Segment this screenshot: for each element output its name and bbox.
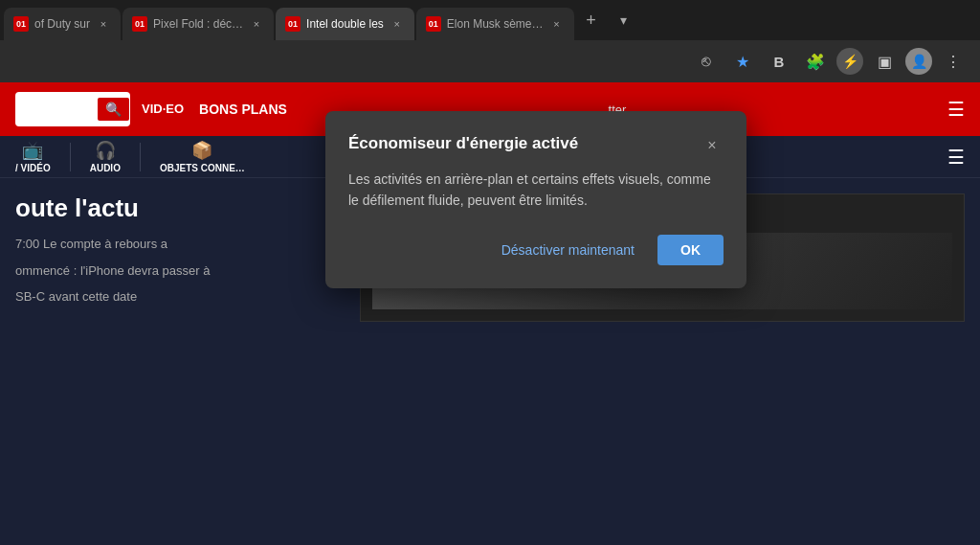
energy-icon: ⚡: [842, 54, 858, 69]
extensions-button[interactable]: 🧩: [800, 46, 831, 77]
browser-chrome: 01 of Duty sur × 01 Pixel Fold : déc… × …: [0, 0, 980, 82]
tab-3-close[interactable]: ×: [390, 16, 405, 32]
tab-2-title: Pixel Fold : déc…: [153, 17, 243, 31]
energy-saver-button[interactable]: ⚡: [836, 48, 863, 75]
tab-4-title: Elon Musk sème…: [447, 17, 544, 31]
tab-1[interactable]: 01 of Duty sur ×: [4, 8, 121, 40]
energy-saver-popup: Économiseur d'énergie activé × Les activ…: [325, 111, 746, 288]
toolbar: ⎋ ★ B 🧩 ⚡ ▣ 👤 ⋮: [0, 40, 980, 82]
bold-icon: B: [774, 54, 785, 70]
tab-1-close[interactable]: ×: [96, 16, 111, 32]
tab-2[interactable]: 01 Pixel Fold : déc… ×: [122, 8, 274, 40]
tab-1-favicon: 01: [13, 16, 29, 32]
bookmark-button[interactable]: ★: [727, 46, 758, 77]
tab-2-favicon: 01: [132, 16, 147, 32]
more-icon: ⋮: [946, 53, 961, 71]
new-tab-button[interactable]: +: [576, 5, 607, 35]
puzzle-icon: 🧩: [806, 53, 825, 71]
sidebar-button[interactable]: ▣: [869, 46, 900, 77]
share-button[interactable]: ⎋: [691, 46, 722, 77]
deactivate-button[interactable]: Désactiver maintenant: [490, 235, 646, 265]
tab-3[interactable]: 01 Intel double les ×: [276, 8, 414, 40]
avatar-image: 👤: [911, 54, 927, 69]
more-options-button[interactable]: ⋮: [938, 46, 969, 77]
tab-bar: 01 of Duty sur × 01 Pixel Fold : déc… × …: [0, 0, 980, 40]
popup-header: Économiseur d'énergie activé ×: [348, 134, 724, 157]
sidebar-icon: ▣: [878, 53, 892, 71]
popup-body: Les activités en arrière-plan et certain…: [348, 169, 724, 212]
popup-title: Économiseur d'énergie activé: [348, 134, 578, 153]
star-icon: ★: [736, 53, 749, 71]
popup-close-button[interactable]: ×: [701, 134, 724, 157]
profile-avatar[interactable]: 👤: [905, 48, 932, 75]
bold-extension-button[interactable]: B: [764, 46, 794, 77]
tab-4[interactable]: 01 Elon Musk sème… ×: [416, 8, 574, 40]
page-content: 🔍 VID·EO BONS PLANS tter ☰ 📺 / VIDÉO 🎧 A…: [0, 82, 980, 545]
tab-4-favicon: 01: [426, 16, 441, 32]
tab-2-close[interactable]: ×: [249, 16, 264, 32]
tab-1-title: of Duty sur: [34, 17, 90, 31]
tab-dropdown-button[interactable]: ▾: [611, 7, 637, 34]
ok-button[interactable]: OK: [657, 235, 724, 265]
popup-overlay: Économiseur d'énergie activé × Les activ…: [0, 82, 980, 545]
tab-4-close[interactable]: ×: [549, 16, 565, 32]
tab-3-title: Intel double les: [306, 17, 384, 31]
popup-actions: Désactiver maintenant OK: [348, 235, 724, 265]
tab-3-favicon: 01: [285, 16, 301, 32]
share-icon: ⎋: [702, 53, 711, 70]
